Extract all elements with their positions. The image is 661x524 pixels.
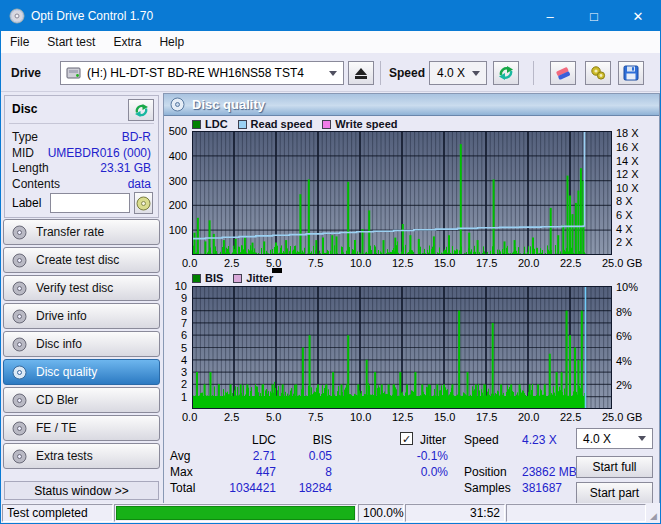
- ldc-x-tick: 12.5: [392, 257, 413, 269]
- speed-label: Speed: [389, 66, 425, 80]
- erase-disc-button[interactable]: [550, 61, 576, 85]
- status-bar: Test completed 100.0% 31:52 ◢: [1, 503, 660, 523]
- menubar: FileStart testExtraHelp: [1, 31, 660, 53]
- ldc-y2-tick: 10 X: [616, 182, 639, 194]
- legend-label-jitter: Jitter: [246, 272, 273, 284]
- bis-y2-tick: 6%: [616, 330, 632, 342]
- sidebar-item-transfer-rate[interactable]: Transfer rate: [3, 219, 160, 245]
- progress-percent: 100.0%: [358, 504, 404, 522]
- bis-y2-tick: 4%: [616, 355, 632, 367]
- sidebar-item-drive-info[interactable]: Drive info: [3, 303, 160, 329]
- bis-legend: BISJitter: [182, 272, 273, 284]
- jitter-checkbox[interactable]: ✓: [400, 432, 413, 445]
- stats-max-bis: 8: [280, 465, 332, 479]
- sidebar-item-fe-te[interactable]: FE / TE: [3, 415, 160, 441]
- eject-button[interactable]: [348, 61, 374, 85]
- start-part-button[interactable]: Start part: [576, 482, 653, 504]
- info-label: Contents: [12, 177, 60, 190]
- disc-icon: [12, 449, 27, 464]
- bis-y-tick: 5: [181, 342, 187, 354]
- legend-label-read-speed: Read speed: [251, 118, 313, 130]
- menu-file[interactable]: File: [10, 32, 39, 52]
- sidebar-item-label: FE / TE: [36, 421, 76, 435]
- save-button[interactable]: [618, 61, 644, 85]
- bis-y2-tick: 2%: [616, 379, 632, 391]
- disc-refresh-button[interactable]: [128, 99, 154, 121]
- resize-grip[interactable]: ◢: [647, 503, 660, 523]
- bis-x-tick: 10.0: [350, 411, 371, 423]
- close-button[interactable]: ✕: [616, 1, 660, 31]
- ldc-x-tick: 2.5: [224, 257, 239, 269]
- ldc-y2-tick: 18 X: [616, 127, 639, 139]
- disc-icon: [12, 337, 27, 352]
- main-panel: Disc quality LDCRead speedWrite speed100…: [163, 93, 660, 504]
- refresh-icon: [498, 65, 514, 81]
- drive-icon: [66, 66, 82, 80]
- ldc-x-tick: 22.5: [560, 257, 581, 269]
- maximize-button[interactable]: □: [572, 1, 616, 31]
- disc-icon: [136, 196, 151, 211]
- progress-bar-fill: [116, 506, 355, 520]
- ldc-y2-tick: 12 X: [616, 168, 639, 180]
- menu-help[interactable]: Help: [159, 32, 194, 52]
- write-label-button[interactable]: [134, 192, 153, 214]
- toolbar: Drive (H:) HL-DT-ST BD-RE WH16NS58 TST4 …: [1, 53, 660, 92]
- legend-label-write-speed: Write speed: [335, 118, 397, 130]
- sidebar-item-verify-test-disc[interactable]: Verify test disc: [3, 275, 160, 301]
- info-value: BD-R: [122, 130, 151, 143]
- disc-icon: [12, 225, 27, 240]
- sidebar-item-disc-quality[interactable]: Disc quality: [3, 359, 160, 385]
- ldc-x-tick: 10.0: [350, 257, 371, 269]
- start-full-button[interactable]: Start full: [576, 456, 653, 478]
- info-value: data: [128, 177, 151, 190]
- stats-header-bis: BIS: [280, 433, 332, 447]
- stats-max-ldc: 447: [220, 465, 276, 479]
- menu-extra[interactable]: Extra: [113, 32, 151, 52]
- elapsed-time: 31:52: [405, 504, 505, 522]
- chevron-down-icon: [638, 436, 646, 441]
- menu-start-test[interactable]: Start test: [47, 32, 105, 52]
- bis-y-tick: 3: [181, 366, 187, 378]
- disc-info-type: TypeBD-R: [12, 130, 151, 143]
- sidebar-item-create-test-disc[interactable]: Create test disc: [3, 247, 160, 273]
- app-window: Opti Drive Control 1.70 – □ ✕ FileStart …: [0, 0, 661, 524]
- disc-icon: [12, 421, 27, 436]
- speed-value: 4.0 X: [437, 66, 465, 80]
- ldc-chart-plot: [192, 131, 612, 255]
- ldc-y2-tick: 4 X: [616, 223, 633, 235]
- sidebar-item-extra-tests[interactable]: Extra tests: [3, 443, 160, 469]
- status-window-button[interactable]: Status window >>: [4, 481, 159, 500]
- drive-select[interactable]: (H:) HL-DT-ST BD-RE WH16NS58 TST4: [60, 61, 344, 85]
- stats-total-ldc: 1034421: [220, 481, 276, 495]
- refresh-icon: [134, 103, 149, 118]
- bis-y2-tick: 8%: [616, 306, 632, 318]
- save-icon: [623, 65, 639, 81]
- bis-y-tick: 7: [181, 317, 187, 329]
- settings-button[interactable]: [585, 61, 611, 85]
- sidebar-item-label: Transfer rate: [36, 225, 104, 239]
- bis-x-tick: 20.0: [518, 411, 539, 423]
- bis-x-tick: 22.5: [560, 411, 581, 423]
- ldc-y2-tick: 2 X: [616, 236, 633, 248]
- sidebar-item-disc-info[interactable]: Disc info: [3, 331, 160, 357]
- test-speed-select[interactable]: 4.0 X: [576, 428, 653, 449]
- panel-header: Disc quality: [164, 94, 659, 116]
- label-input[interactable]: [50, 193, 130, 213]
- legend-swatch-jitter: [233, 274, 242, 283]
- bis-x-tick: 15.0: [434, 411, 455, 423]
- sidebar-item-label: Create test disc: [36, 253, 119, 267]
- legend-swatch-write-speed: [322, 120, 331, 129]
- stats-panel: LDCBIS✓JitterSpeed4.23 XAvg2.710.05-0.1%…: [164, 427, 661, 505]
- legend-swatch-read-speed: [238, 120, 247, 129]
- speed-select[interactable]: 4.0 X: [429, 61, 487, 85]
- bis-x-tick: 25.0 GB: [602, 411, 642, 423]
- disc-icon: [12, 253, 27, 268]
- info-label: MID: [12, 146, 34, 159]
- refresh-speeds-button[interactable]: [493, 61, 519, 85]
- sidebar-item-cd-bler[interactable]: CD Bler: [3, 387, 160, 413]
- stats-row-label-max: Max: [170, 465, 193, 479]
- bis-x-tick: 0.0: [182, 411, 197, 423]
- speed-stat-label: Speed: [464, 433, 499, 447]
- minimize-button[interactable]: –: [528, 1, 572, 31]
- disc-icon: [12, 365, 27, 380]
